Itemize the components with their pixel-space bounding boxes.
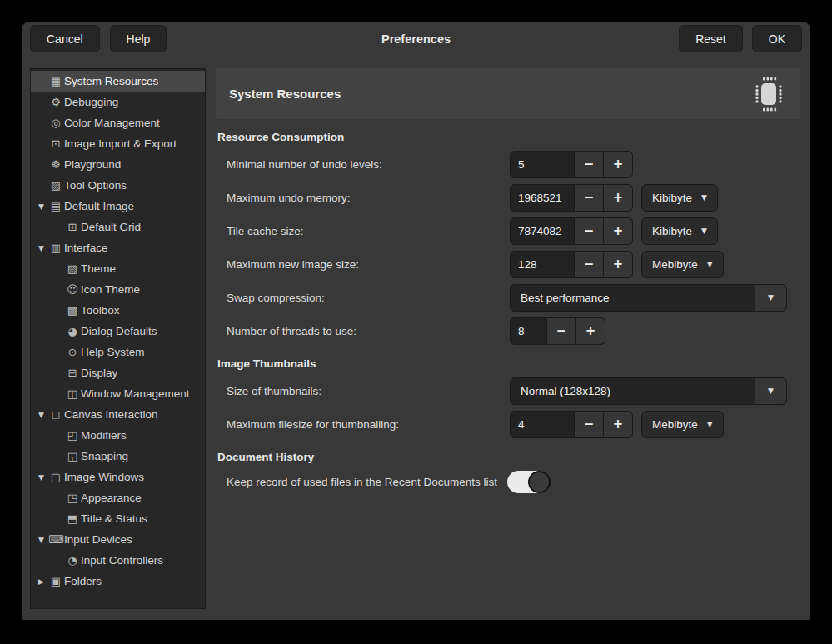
dropdown-arrow-button[interactable]: ▼ [755,378,786,404]
form-row-undo-memory: Maximum undo memory:1968521−+Kibibyte▼ [216,181,800,214]
increment-button[interactable]: + [604,184,633,212]
sidebar-item-modifiers[interactable]: ◰Modifiers [31,425,205,446]
form-row-keep-record: Keep record of used files in the Recent … [216,467,800,496]
sidebar-item-display[interactable]: ⊟Display [31,362,205,383]
thumbnail-size-label: Size of thumbnails: [216,385,510,397]
sidebar-item-toolbox[interactable]: ▩Toolbox [31,300,205,321]
tile-cache-unit-dropdown[interactable]: Kibibyte▼ [641,217,718,245]
thumbnail-max-filesize-unit-dropdown[interactable]: Mebibyte▼ [641,411,724,438]
sidebar-item-default-image[interactable]: ▼▤Default Image [31,196,205,217]
decrement-button[interactable]: − [575,251,604,278]
decrement-button[interactable]: − [547,317,576,345]
sidebar-item-help-system[interactable]: ⊙Help System [31,342,205,362]
sidebar-item-label: Debugging [64,96,118,108]
expander-collapsed-icon[interactable]: ▶ [34,577,48,586]
display-icon: ⊟ [65,367,80,379]
snapping-icon: ◲ [65,450,80,462]
sidebar-item-folders[interactable]: ▶▣Folders [31,571,205,592]
increment-button[interactable]: + [604,411,633,438]
num-threads-spinner: 8−+ [510,317,605,345]
thumbnail-max-filesize-entry[interactable]: 4 [510,411,575,438]
decrement-button[interactable]: − [575,184,604,212]
ok-button[interactable]: OK [752,25,802,52]
form-row-thumbnail-max-filesize: Maximum filesize for thumbnailing:4−+Meb… [216,407,800,441]
folders-icon: ▣ [48,575,63,587]
sidebar-item-label: Modifiers [81,429,127,442]
sidebar-item-default-grid[interactable]: ⊞Default Grid [31,217,205,237]
canvas-interaction-icon: ◻ [48,408,63,421]
sidebar-item-icon-theme[interactable]: ☺Icon Theme [31,279,205,300]
swap-compression-dropdown[interactable]: Best performance▼ [510,284,787,312]
sidebar-item-label: Canvas Interaction [64,408,158,421]
page-title: System Resources [216,87,750,101]
undo-levels-entry[interactable]: 5 [510,151,575,178]
sidebar-item-interface[interactable]: ▼▥Interface [31,237,205,258]
toggle-knob [528,471,551,493]
expander-expanded-icon[interactable]: ▼ [34,244,48,252]
preferences-dialog: Preferences Cancel Help Reset OK ▦System… [22,22,810,620]
sidebar-item-label: Tool Options [64,179,127,192]
sidebar-item-label: Input Controllers [81,554,163,567]
sidebar-item-dialog-defaults[interactable]: ◕Dialog Defaults [31,321,205,342]
sidebar-item-title-status[interactable]: ⬒Title & Status [31,508,205,529]
sidebar-item-color-management[interactable]: ◎Color Management [31,112,205,133]
undo-memory-spinner: 1968521−+ [510,184,633,212]
image-import-export-icon: ⊡ [48,137,63,150]
sidebar-item-label: Toolbox [81,304,120,317]
expander-expanded-icon[interactable]: ▼ [34,411,48,419]
expander-expanded-icon[interactable]: ▼ [34,536,48,544]
sidebar-item-image-import-export[interactable]: ⊡Image Import & Export [31,133,205,154]
sidebar-item-snapping[interactable]: ◲Snapping [31,446,205,467]
undo-memory-unit-dropdown[interactable]: Kibibyte▼ [641,184,718,212]
increment-button[interactable]: + [604,217,633,245]
num-threads-label: Number of threads to use: [216,325,510,337]
help-system-icon: ⊙ [65,346,80,358]
sidebar-item-label: Snapping [81,450,128,462]
help-button[interactable]: Help [110,25,167,52]
thumbnail-max-filesize-unit-value: Mebibyte [652,418,698,431]
num-threads-entry[interactable]: 8 [510,317,547,345]
sidebar-item-label: Input Devices [64,533,132,546]
increment-button[interactable]: + [604,251,633,278]
sidebar-item-debugging[interactable]: ⚙Debugging [31,92,205,112]
theme-icon: ▧ [65,262,80,275]
sidebar-item-label: Image Import & Export [64,137,177,150]
sidebar-item-system-resources[interactable]: ▦System Resources [31,71,205,92]
decrement-button[interactable]: − [575,411,604,438]
tile-cache-unit-value: Kibibyte [652,225,692,237]
sidebar-item-label: Playground [64,158,121,171]
tile-cache-spinner: 7874082−+ [510,217,633,245]
sidebar-item-input-devices[interactable]: ▼⌨Input Devices [31,529,205,550]
thumbnail-size-dropdown[interactable]: Normal (128x128)▼ [510,377,787,405]
sidebar-item-label: Dialog Defaults [81,325,157,337]
increment-button[interactable]: + [604,151,633,178]
max-new-image-unit-dropdown[interactable]: Mebibyte▼ [641,251,724,278]
sidebar-item-label: Help System [81,346,145,358]
keep-record-toggle[interactable] [507,471,550,493]
expander-expanded-icon[interactable]: ▼ [34,202,48,211]
sidebar-item-canvas-interaction[interactable]: ▼◻Canvas Interaction [31,404,205,425]
titlebar-right-buttons: Reset OK [679,25,802,52]
cancel-button[interactable]: Cancel [30,25,100,52]
max-new-image-spinner: 128−+ [510,251,633,278]
expander-expanded-icon[interactable]: ▼ [34,473,48,482]
sidebar-item-playground[interactable]: ☸Playground [31,154,205,175]
chevron-down-icon: ▼ [707,420,713,428]
sidebar-item-window-management[interactable]: ◫Window Management [31,383,205,404]
sidebar-item-image-windows[interactable]: ▼▢Image Windows [31,467,205,487]
dropdown-arrow-button[interactable]: ▼ [755,285,786,311]
playground-icon: ☸ [48,158,63,171]
increment-button[interactable]: + [576,317,605,345]
decrement-button[interactable]: − [575,217,604,245]
sidebar-item-input-controllers[interactable]: ◔Input Controllers [31,550,205,571]
sidebar-item-tool-options[interactable]: ▨Tool Options [31,175,205,196]
reset-button[interactable]: Reset [679,25,743,52]
max-new-image-entry[interactable]: 128 [510,251,575,278]
sidebar-item-appearance[interactable]: ◳Appearance [31,487,205,508]
sidebar-item-label: Appearance [81,492,142,504]
decrement-button[interactable]: − [575,151,604,178]
tile-cache-entry[interactable]: 7874082 [510,217,575,245]
sidebar-item-theme[interactable]: ▧Theme [31,258,205,279]
modifiers-icon: ◰ [65,429,80,442]
undo-memory-entry[interactable]: 1968521 [510,184,575,212]
